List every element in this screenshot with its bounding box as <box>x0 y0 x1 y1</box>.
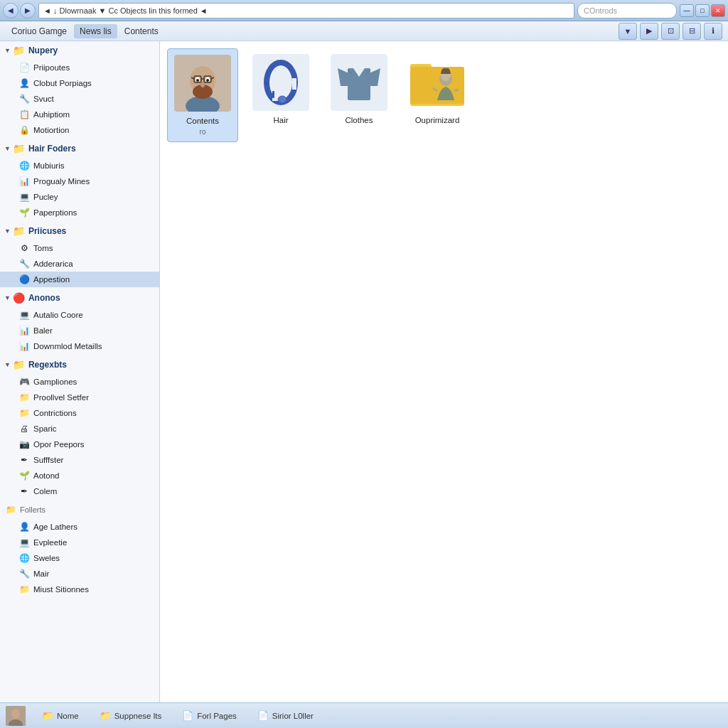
wrench-icon: 🔧 <box>18 568 30 579</box>
sidebar-item-downmlod-metaills[interactable]: 📊 Downmlod Metaills <box>0 338 159 354</box>
wrench-icon: 🔧 <box>18 258 30 269</box>
sidebar-item-clobut-porpiags[interactable]: 👤 Clobut Porpiags <box>0 75 159 91</box>
address-bar[interactable]: ◄ ↓ Dlowrnaak ▼ Cc Objects lin this form… <box>38 3 574 18</box>
tool-dropdown[interactable]: ▼ <box>619 23 637 40</box>
sidebar-item-appestion[interactable]: 🔵 Appestion <box>0 272 159 287</box>
toolbar-tools: ▼ ▶ ⊡ ⊟ ℹ <box>619 23 722 40</box>
contents-thumbnail <box>174 55 231 112</box>
sidebar-item-mair[interactable]: 🔧 Mair <box>0 566 159 582</box>
sidebar-item-age-lathers[interactable]: 👤 Age Lathers <box>0 519 159 535</box>
ouprimizard-thumbnail <box>409 54 466 111</box>
arrow-icon: ▼ <box>4 361 11 368</box>
person-icon: 👤 <box>18 521 30 532</box>
folder-icon: 📁 <box>4 503 17 516</box>
monitor-icon: 💻 <box>18 309 30 321</box>
close-button[interactable]: ✕ <box>711 4 725 17</box>
sidebar-item-sufffster[interactable]: ✒ Sufffster <box>0 452 159 468</box>
sidebar-item-proollvel-setfer[interactable]: 📁 Proollvel Setfer <box>0 390 159 405</box>
sidebar-item-baler[interactable]: 📊 Baler <box>0 323 159 338</box>
plant-icon: 🌱 <box>18 470 30 481</box>
sidebar-item-miust-sitionnes[interactable]: 📁 Miust Sitionnes <box>0 582 159 597</box>
sidebar-item-colem[interactable]: ✒ Colem <box>0 483 159 499</box>
sidebar-section-priicuses: ▼ 📁 Priicuses ⚙ Toms 🔧 Adderarica 🔵 Appe… <box>0 222 159 287</box>
monitor-icon: 💻 <box>18 537 30 548</box>
sidebar-item-motiortion[interactable]: 🔒 Motiortion <box>0 122 159 138</box>
status-item-suppnese-lts[interactable]: 📁 Suppnese lts <box>95 708 166 724</box>
sidebar-section-label-priicuses: Priicuses <box>28 226 66 236</box>
arrow-icon: ▼ <box>4 228 11 235</box>
menu-news-lis[interactable]: News lis <box>74 24 117 38</box>
sidebar-section-regexbts: ▼ 📁 Regexbts 🎮 Gampliones 📁 Proollvel Se… <box>0 355 159 499</box>
sidebar-item-autalio-coore[interactable]: 💻 Autalio Coore <box>0 307 159 323</box>
status-item-sirior-l0ller[interactable]: 📄 Sirior L0ller <box>252 708 318 724</box>
sidebar-item-toms[interactable]: ⚙ Toms <box>0 240 159 256</box>
svg-point-37 <box>11 709 20 719</box>
status-item-sirior-label: Sirior L0ller <box>272 712 314 720</box>
ouprimizard-item-label: Ouprimizard <box>415 115 460 126</box>
tool-info[interactable]: ℹ <box>704 23 722 40</box>
sidebar-section-label-anonos: Anonos <box>28 293 60 303</box>
circle-icon: 🔵 <box>18 274 30 285</box>
sidebar-item-mubiuris[interactable]: 🌐 Mubiuris <box>0 158 159 173</box>
sidebar-section-header-hair-foders[interactable]: ▼ 📁 Hair Foders <box>0 139 159 158</box>
doc-icon: 📄 <box>18 62 30 73</box>
status-avatar <box>6 706 26 726</box>
search-bar[interactable]: COntrods <box>577 3 677 18</box>
sidebar-item-auhiptiom[interactable]: 📋 Auhiptiom <box>0 107 159 122</box>
clothes-svg <box>331 54 387 111</box>
sidebar-item-adderarica[interactable]: 🔧 Adderarica <box>0 256 159 272</box>
sidebar-item-progualy-mines[interactable]: 📊 Progualy Mines <box>0 173 159 189</box>
menu-coriuo-gamge[interactable]: Coriuo Gamge <box>6 24 73 38</box>
chart-icon: 📊 <box>18 325 30 336</box>
forward-button[interactable]: ▶ <box>20 3 36 18</box>
chart-icon: 📊 <box>18 176 30 187</box>
status-item-forl-pages[interactable]: 📄 Forl Pages <box>177 708 241 724</box>
arrow-icon: ▼ <box>4 47 11 54</box>
doc-icon: 📄 <box>181 710 194 722</box>
sidebar-section-label-regexbts: Regexbts <box>28 360 67 370</box>
svg-rect-31 <box>410 67 464 104</box>
sidebar-section-anonos: ▼ 🔴 Anonos 💻 Autalio Coore 📊 Baler 📊 Dow… <box>0 289 159 354</box>
svg-point-20 <box>278 96 287 103</box>
wrench-icon: 🔧 <box>18 93 30 105</box>
sidebar-item-sparic[interactable]: 🖨 Sparic <box>0 421 159 437</box>
sidebar-item-aotond[interactable]: 🌱 Aotond <box>0 468 159 483</box>
globe-icon: 🌐 <box>18 160 30 171</box>
menu-contents[interactable]: Contents <box>119 24 164 38</box>
folder-icon: 📁 <box>18 407 30 419</box>
sidebar-section-header-priicuses[interactable]: ▼ 📁 Priicuses <box>0 222 159 240</box>
minimize-button[interactable]: — <box>680 4 694 17</box>
sidebar-section-header-follerts[interactable]: 📁 Follerts <box>0 500 159 519</box>
status-item-nome[interactable]: 📁 Nome <box>37 708 83 724</box>
sidebar-section-label-hair-foders: Hair Foders <box>28 144 76 154</box>
sidebar-item-svuct[interactable]: 🔧 Svuct <box>0 91 159 107</box>
sidebar-item-contrictions[interactable]: 📁 Contrictions <box>0 405 159 421</box>
hair-svg <box>252 54 309 111</box>
content-item-ouprimizard[interactable]: Ouprimizard <box>402 48 473 142</box>
folder-icon: 📁 <box>13 142 26 155</box>
sidebar-item-evpleetie[interactable]: 💻 Evpleetie <box>0 535 159 550</box>
sidebar-item-priipoutes[interactable]: 📄 Priipoutes <box>0 60 159 75</box>
content-item-contents[interactable]: Contents ro <box>167 48 238 142</box>
maximize-button[interactable]: □ <box>695 4 710 17</box>
doc-icon: 📄 <box>257 710 269 722</box>
tool-list[interactable]: ⊟ <box>682 23 701 40</box>
sidebar-item-pucley[interactable]: 💻 Pucley <box>0 189 159 205</box>
folder-icon: 📁 <box>18 392 30 403</box>
path-text: ◄ ↓ Dlowrnaak ▼ Cc Objects lin this form… <box>43 6 208 15</box>
content-item-hair[interactable]: Hair <box>245 48 316 142</box>
tool-grid[interactable]: ⊡ <box>661 23 680 40</box>
back-button[interactable]: ◀ <box>3 3 18 18</box>
content-item-clothes[interactable]: Clothes <box>323 48 395 142</box>
sidebar-item-opor-peepors[interactable]: 📷 Opor Peepors <box>0 437 159 452</box>
svg-rect-19 <box>292 78 296 90</box>
contents-item-label: Contents <box>186 116 219 127</box>
sidebar-item-sweles[interactable]: 🌐 Sweles <box>0 550 159 566</box>
sidebar: ▼ 📁 Nupery 📄 Priipoutes 👤 Clobut Porpiag… <box>0 41 160 702</box>
sidebar-item-paperptions[interactable]: 🌱 Paperptions <box>0 205 159 220</box>
sidebar-section-header-nupery[interactable]: ▼ 📁 Nupery <box>0 41 159 60</box>
sidebar-item-gampliones[interactable]: 🎮 Gampliones <box>0 374 159 390</box>
sidebar-section-header-regexbts[interactable]: ▼ 📁 Regexbts <box>0 355 159 374</box>
tool-play[interactable]: ▶ <box>640 23 658 40</box>
sidebar-section-header-anonos[interactable]: ▼ 🔴 Anonos <box>0 289 159 307</box>
